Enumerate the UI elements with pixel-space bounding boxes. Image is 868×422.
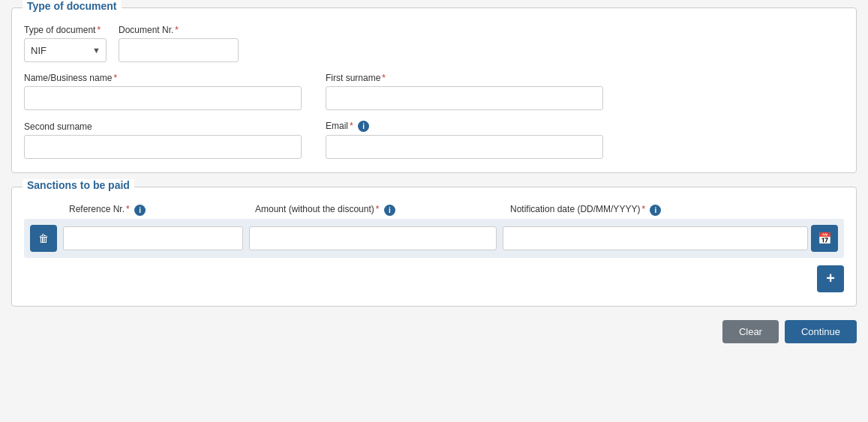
ref-info-icon[interactable]: i [134, 205, 146, 216]
sanctions-legend: Sanctions to be paid [23, 179, 134, 191]
sanctions-data-row: 🗑 📅 [24, 219, 844, 258]
email-input[interactable] [326, 135, 603, 159]
name-input[interactable] [24, 86, 302, 110]
doc-type-select[interactable]: NIF NIE Passport Other [24, 38, 107, 62]
amount-col-header: Amount (without the discount)* i [252, 204, 507, 215]
email-label: Email* i [326, 121, 603, 132]
amount-info-icon[interactable]: i [384, 205, 395, 216]
calendar-button[interactable]: 📅 [811, 225, 838, 252]
date-col-header: Notification date (DD/MM/YYYY)* i [507, 204, 844, 215]
doc-type-group: Type of document* NIF NIE Passport Other… [24, 25, 107, 62]
name-group: Name/Business name* [24, 73, 302, 110]
notification-date-input[interactable] [503, 226, 808, 250]
doc-type-label: Type of document* [24, 25, 107, 35]
plus-icon: + [826, 270, 835, 287]
second-surname-label: Second surname [24, 121, 302, 132]
type-of-document-legend: Type of document [23, 0, 122, 12]
email-group: Email* i [326, 121, 603, 159]
calendar-icon: 📅 [818, 232, 832, 245]
continue-button[interactable]: Continue [785, 320, 857, 343]
doc-nr-group: Document Nr.* [119, 25, 239, 62]
doc-nr-required: * [175, 25, 179, 35]
date-info-icon[interactable]: i [650, 205, 661, 216]
reference-nr-input[interactable] [63, 226, 243, 250]
bottom-buttons: Clear Continue [11, 320, 857, 343]
delete-row-button[interactable]: 🗑 [30, 225, 57, 252]
type-of-document-section: Type of document Type of document* NIF N… [11, 7, 857, 173]
ref-nr-col-header: Reference Nr.* i [66, 204, 252, 215]
first-surname-label: First surname* [326, 73, 603, 83]
clear-button[interactable]: Clear [722, 320, 779, 343]
email-required: * [350, 121, 353, 131]
trash-icon: 🗑 [38, 232, 49, 244]
date-input-group: 📅 [503, 225, 838, 252]
sanctions-inputs: 📅 [63, 225, 838, 252]
doc-nr-input[interactable] [119, 38, 239, 62]
add-row-container: + [24, 265, 844, 292]
sanctions-section: Sanctions to be paid Reference Nr.* i Am… [11, 187, 857, 306]
add-row-button[interactable]: + [817, 265, 844, 292]
amount-input[interactable] [249, 226, 497, 250]
second-surname-input[interactable] [24, 135, 302, 159]
name-label: Name/Business name* [24, 73, 302, 83]
first-surname-input[interactable] [326, 86, 603, 110]
doc-type-select-wrapper: NIF NIE Passport Other ▼ [24, 38, 107, 62]
email-info-icon[interactable]: i [358, 121, 369, 132]
first-surname-group: First surname* [326, 73, 603, 110]
name-required: * [113, 73, 117, 83]
doc-nr-label: Document Nr.* [119, 25, 239, 35]
second-surname-group: Second surname [24, 121, 302, 159]
first-surname-required: * [382, 73, 386, 83]
doc-type-required: * [97, 25, 101, 35]
